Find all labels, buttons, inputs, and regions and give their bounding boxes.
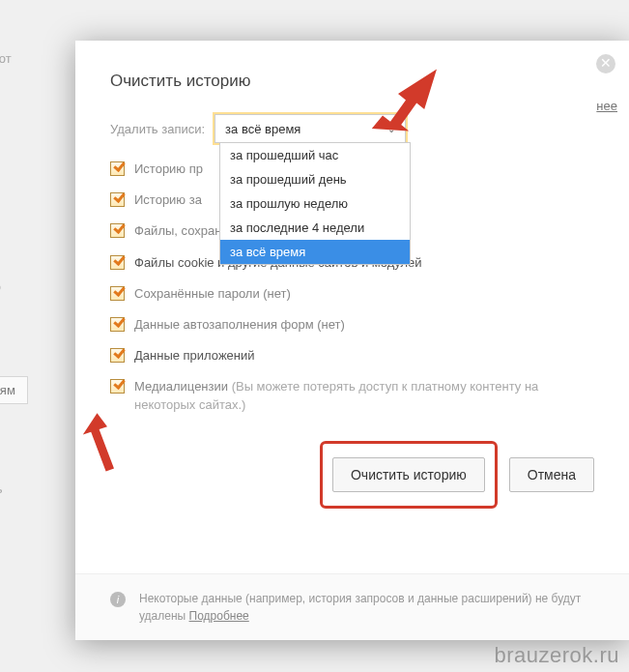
select-value: за всё время xyxy=(225,122,300,136)
more-link[interactable]: нее xyxy=(596,99,617,113)
chevron-down-icon: ⌄ xyxy=(387,124,395,134)
delete-records-label: Удалить записи: xyxy=(110,122,205,136)
dropdown-option-hour[interactable]: за прошедший час xyxy=(220,143,410,167)
checkbox-browsing-history[interactable] xyxy=(110,161,125,176)
annotation-highlight: Очистить историю xyxy=(320,441,498,509)
clear-history-dialog: ✕ Очистить историю Удалить записи: за вс… xyxy=(75,41,629,640)
checkbox-cookies[interactable] xyxy=(110,255,125,270)
checkbox-label: Данные автозаполнения форм (нет) xyxy=(134,316,345,334)
footer-note: i Некоторые данные (например, история за… xyxy=(75,573,629,640)
checkbox-cache[interactable] xyxy=(110,223,125,238)
dropdown-option-day[interactable]: за прошедший день xyxy=(220,167,410,191)
footer-text: Некоторые данные (например, история запр… xyxy=(139,590,594,625)
dialog-title: Очистить историю xyxy=(110,72,594,91)
clear-history-button[interactable]: Очистить историю xyxy=(332,457,485,492)
dropdown-option-4weeks[interactable]: за последние 4 недели xyxy=(220,216,410,240)
cancel-button[interactable]: Отмена xyxy=(509,457,594,492)
checkbox-label: Историю пр xyxy=(134,161,203,178)
checkbox-download-history[interactable] xyxy=(110,192,125,207)
time-range-dropdown: за прошедший час за прошедший день за пр… xyxy=(219,142,411,265)
checkbox-media-licenses[interactable] xyxy=(110,379,125,394)
checkbox-passwords[interactable] xyxy=(110,286,125,301)
dropdown-option-week[interactable]: за прошлую неделю xyxy=(220,191,410,216)
checkbox-label: Медиалицензии (Вы можете потерять доступ… xyxy=(134,378,594,413)
checkbox-label: Сохранённые пароли (нет) xyxy=(134,285,291,303)
dropdown-option-alltime[interactable]: за всё время xyxy=(220,240,410,264)
checkbox-label: Историю за xyxy=(134,191,202,209)
time-range-select[interactable]: за всё время ⌄ xyxy=(214,114,406,143)
checkbox-autofill[interactable] xyxy=(110,317,125,332)
info-icon: i xyxy=(110,592,126,607)
checkbox-label: Данные приложений xyxy=(134,347,255,365)
checkbox-app-data[interactable] xyxy=(110,348,125,363)
close-icon[interactable]: ✕ xyxy=(596,54,615,73)
footer-learn-more-link[interactable]: Подробнее xyxy=(189,609,249,623)
watermark: brauzerok.ru xyxy=(494,643,619,668)
